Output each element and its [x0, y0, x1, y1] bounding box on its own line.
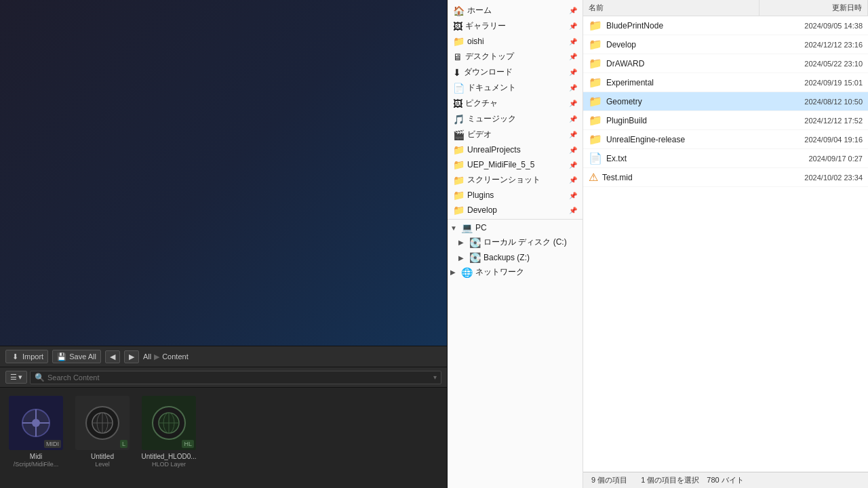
tree-label-network: ネットワーク [475, 266, 524, 278]
tree-item-network[interactable]: ▶ 🌐 ネットワーク [448, 265, 583, 279]
tree-item-plugins[interactable]: 📁 Plugins 📌 [448, 188, 583, 203]
file-date-unrealengine-release: 2024/09/04 19:16 [760, 134, 868, 145]
tree-item-local-c[interactable]: ▶ 💽 ローカル ディスク (C:) [448, 235, 583, 250]
folder-icon-uep: 📁 [453, 159, 465, 170]
file-name-geometry: 📁 Geometry [583, 94, 760, 109]
network-icon: 🌐 [461, 267, 473, 278]
content-browser: ⬇ Import 💾 Save All ◀ ▶ All ▶ Content ☰ [0, 346, 447, 488]
tree-item-documents[interactable]: 📄 ドキュメント 📌 [448, 80, 583, 96]
pc-icon: 💻 [461, 222, 473, 233]
file-label-blueprintnode: BludePrintNode [606, 21, 663, 30]
file-label-draward: DrAWARD [606, 59, 644, 68]
import-button[interactable]: ⬇ Import [5, 350, 48, 363]
tree-item-downloads[interactable]: ⬇ ダウンロード 📌 [448, 64, 583, 80]
pin-icon-gallery: 📌 [569, 22, 577, 30]
search-icon: 🔍 [35, 373, 45, 382]
midi-badge: MIDI [44, 440, 61, 448]
backups-z-icon: 💽 [469, 252, 481, 263]
pin-icon-music: 📌 [569, 115, 577, 123]
tree-label-oishi: oishi [467, 37, 484, 46]
file-date-geometry: 2024/08/12 10:50 [760, 96, 868, 107]
tree-label-videos: ビデオ [467, 129, 492, 140]
file-row[interactable]: 📁 UnrealEngine-release 2024/09/04 19:16 [583, 130, 868, 149]
folder-icon-pluginbuild: 📁 [589, 114, 602, 127]
tree-label-develop: Develop [467, 205, 497, 215]
forward-button[interactable]: ▶ [124, 350, 139, 363]
file-row[interactable]: 📁 Experimental 2024/09/19 15:01 [583, 73, 868, 92]
header-date[interactable]: 更新日時 [760, 0, 868, 16]
file-row[interactable]: 📄 Ex.txt 2024/09/17 0:27 [583, 149, 868, 168]
path-content[interactable]: Content [162, 352, 189, 361]
file-row[interactable]: 📁 PluginBuild 2024/12/12 17:52 [583, 111, 868, 130]
tree-label-unreal-projects: UnrealProjects [467, 145, 521, 155]
file-label-unrealengine-release: UnrealEngine-release [606, 135, 685, 144]
filter-arrow: ▾ [18, 373, 22, 382]
pin-icon-oishi: 📌 [569, 38, 577, 45]
tree-label-pictures: ピクチャ [465, 98, 498, 109]
list-item[interactable]: MIDI Midi /Script/MidiFile... [5, 393, 66, 470]
list-item[interactable]: HL Untitled_HLOD0... HLOD Layer [138, 393, 199, 470]
back-icon: ◀ [110, 352, 115, 361]
editor-viewport [0, 0, 447, 346]
tree-item-screenshots[interactable]: 📁 スクリーンショット 📌 [448, 172, 583, 188]
tree-item-develop[interactable]: 📁 Develop 📌 [448, 203, 583, 218]
txt-icon-ex: 📄 [589, 152, 602, 165]
folder-tree: 🏠 ホーム 📌 🖼 ギャラリー 📌 📁 oishi 📌 🖥 デスクトップ 📌 ⬇ [448, 0, 583, 488]
local-c-icon: 💽 [469, 237, 481, 248]
folder-icon-geometry: 📁 [589, 95, 602, 108]
explorer-statusbar: 9 個の項目 1 個の項目を選択 780 バイト [583, 472, 868, 488]
folder-icon-develop: 📁 [453, 205, 465, 216]
tree-item-videos[interactable]: 🎬 ビデオ 📌 [448, 127, 583, 142]
tree-item-uep-midi[interactable]: 📁 UEP_MidiFile_5_5 📌 [448, 157, 583, 172]
content-search-bar: ☰ ▾ 🔍 ▾ [0, 367, 447, 388]
tree-item-music[interactable]: 🎵 ミュージック 📌 [448, 111, 583, 127]
pin-icon-plugins: 📌 [569, 192, 577, 199]
tree-item-home[interactable]: 🏠 ホーム 📌 [448, 3, 583, 18]
folder-icon-screenshots: 📁 [453, 175, 465, 186]
tree-label-home: ホーム [467, 5, 492, 16]
file-date-develop: 2024/12/12 23:16 [760, 39, 868, 50]
search-input[interactable] [47, 373, 433, 382]
tree-item-pictures[interactable]: 🖼 ピクチャ 📌 [448, 96, 583, 111]
tree-item-oishi[interactable]: 📁 oishi 📌 [448, 34, 583, 49]
tree-item-pc[interactable]: ▼ 💻 PC [448, 221, 583, 235]
import-label: Import [22, 352, 43, 361]
gallery-icon: 🖼 [453, 21, 462, 32]
file-row[interactable]: 📁 Develop 2024/12/12 23:16 [583, 35, 868, 54]
tree-item-unreal-projects[interactable]: 📁 UnrealProjects 📌 [448, 142, 583, 157]
folder-icon-plugins: 📁 [453, 190, 465, 201]
save-all-button[interactable]: 💾 Save All [52, 350, 101, 363]
file-row[interactable]: 📁 Geometry 2024/08/12 10:50 [583, 92, 868, 111]
tree-label-screenshots: スクリーンショット [467, 174, 540, 186]
pictures-icon: 🖼 [453, 98, 462, 109]
search-expand-icon[interactable]: ▾ [433, 373, 437, 381]
backups-z-expand-icon: ▶ [458, 254, 467, 262]
pin-icon-unreal: 📌 [569, 146, 577, 154]
file-date-pluginbuild: 2024/12/12 17:52 [760, 115, 868, 126]
file-row[interactable]: 📁 BludePrintNode 2024/09/05 14:38 [583, 16, 868, 35]
filter-icon: ☰ [10, 373, 17, 382]
pin-icon-downloads: 📌 [569, 68, 577, 76]
forward-icon: ▶ [129, 352, 134, 361]
tree-item-desktop[interactable]: 🖥 デスクトップ 📌 [448, 49, 583, 64]
midi-thumbnail: MIDI [9, 396, 63, 450]
hlod-sphere-svg [157, 411, 181, 435]
status-item-count: 9 個の項目 [591, 475, 627, 485]
file-explorer-panel: 🏠 ホーム 📌 🖼 ギャラリー 📌 📁 oishi 📌 🖥 デスクトップ 📌 ⬇ [448, 0, 868, 488]
folder-icon-oishi: 📁 [453, 36, 465, 47]
pin-icon-videos: 📌 [569, 131, 577, 138]
file-row[interactable]: ⚠ Test.mid 2024/10/02 23:34 [583, 168, 868, 187]
filter-button[interactable]: ☰ ▾ [5, 371, 27, 384]
back-button[interactable]: ◀ [105, 350, 120, 363]
tree-item-gallery[interactable]: 🖼 ギャラリー 📌 [448, 18, 583, 34]
header-name[interactable]: 名前 [583, 0, 760, 16]
file-row[interactable]: 📁 DrAWARD 2024/05/22 23:10 [583, 54, 868, 73]
hlod-label: Untitled_HLOD0... [141, 453, 196, 461]
content-browser-panel: ⬇ Import 💾 Save All ◀ ▶ All ▶ Content ☰ [0, 0, 448, 488]
path-all[interactable]: All [143, 352, 151, 361]
pin-icon-documents: 📌 [569, 84, 577, 92]
tree-label-gallery: ギャラリー [465, 20, 506, 32]
tree-item-backups-z[interactable]: ▶ 💽 Backups (Z:) [448, 250, 583, 265]
desktop-icon: 🖥 [453, 52, 462, 62]
list-item[interactable]: L Untitled Level [72, 393, 133, 470]
